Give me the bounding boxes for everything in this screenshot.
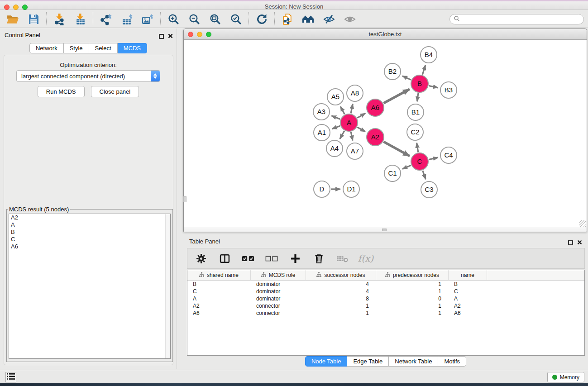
graph-node-B1[interactable]: B1	[407, 104, 424, 120]
graph-edge-A-A7[interactable]	[351, 132, 353, 141]
table-row[interactable]: Adominator80A	[187, 295, 584, 302]
graph-edge-A6-B[interactable]	[383, 89, 410, 103]
table-cell[interactable]: A	[187, 295, 251, 302]
graph-edge-A-A5[interactable]	[340, 106, 344, 114]
search-field[interactable]	[449, 14, 584, 24]
graph-edge-B-B4[interactable]	[422, 65, 425, 75]
table-cell[interactable]: dominator	[251, 281, 306, 288]
zoom-selected-icon[interactable]	[229, 13, 242, 25]
float-panel-icon[interactable]	[159, 34, 164, 39]
column-header-name[interactable]: name	[449, 270, 487, 280]
table-cell[interactable]: 8	[306, 295, 376, 302]
table-cell[interactable]: C	[187, 288, 251, 295]
mcds-result-item[interactable]: A2	[9, 214, 170, 221]
column-header-shared-name[interactable]: shared name	[187, 270, 251, 280]
result-list-scrollbar[interactable]	[165, 214, 170, 358]
zoom-in-icon[interactable]	[167, 13, 180, 25]
graph-node-A2[interactable]: A2	[367, 129, 384, 146]
tab-mcds[interactable]: MCDS	[118, 43, 147, 53]
export-table-icon[interactable]	[120, 13, 133, 25]
tab-node-table[interactable]: Node Table	[305, 356, 348, 367]
search-input[interactable]	[462, 15, 583, 24]
table-cell[interactable]: 1	[376, 310, 449, 317]
delete-column-icon[interactable]	[312, 252, 325, 265]
table-cell[interactable]: 1	[376, 302, 449, 310]
graph-node-C3[interactable]: C3	[421, 181, 437, 198]
create-column-icon[interactable]	[289, 252, 301, 265]
network-hscroll[interactable]	[184, 228, 587, 232]
memory-button[interactable]: Memory	[547, 372, 584, 382]
clone-network-icon[interactable]	[281, 13, 294, 25]
column-header-successor-nodes[interactable]: successor nodes	[306, 270, 376, 280]
network-hscroll-thumb[interactable]	[382, 229, 387, 231]
export-network-icon[interactable]	[100, 13, 112, 25]
graph-node-B[interactable]: B	[411, 75, 428, 92]
select-all-icon[interactable]	[242, 252, 254, 265]
column-layout-icon[interactable]	[218, 252, 231, 265]
table-cell[interactable]: A2	[449, 302, 487, 310]
open-session-icon[interactable]	[6, 13, 19, 25]
graph-node-D[interactable]: D	[314, 181, 330, 197]
graph-edge-A2-C[interactable]	[383, 142, 410, 156]
close-panel-icon[interactable]	[168, 32, 173, 40]
network-window-titlebar[interactable]: testGlobe.txt	[184, 29, 587, 40]
import-table-icon[interactable]	[74, 13, 86, 25]
table-cell[interactable]: 4	[306, 288, 376, 295]
graph-edge-A-A2[interactable]	[357, 127, 365, 132]
float-table-panel-icon[interactable]	[568, 240, 573, 245]
table-cell[interactable]: A2	[187, 302, 251, 310]
graph-node-A7[interactable]: A7	[347, 143, 363, 159]
table-cell[interactable]: 1	[306, 302, 376, 310]
export-image-icon[interactable]	[141, 13, 154, 25]
mcds-result-item[interactable]: C	[9, 236, 170, 243]
graph-edge-A-A1[interactable]	[332, 126, 340, 129]
graph-edge-B-B1[interactable]	[417, 93, 418, 101]
graph-edge-C-C1[interactable]	[402, 165, 411, 169]
table-cell[interactable]: B	[187, 281, 251, 288]
graph-node-C1[interactable]: C1	[384, 165, 401, 181]
table-settings-icon[interactable]	[195, 252, 207, 265]
graph-edge-B-B2[interactable]	[402, 76, 411, 80]
hide-details-icon[interactable]	[323, 13, 335, 25]
graph-node-A1[interactable]: A1	[314, 124, 330, 141]
refresh-layout-icon[interactable]	[255, 13, 268, 25]
table-cell[interactable]: A6	[187, 310, 251, 317]
graph-edge-C-C3[interactable]	[423, 171, 426, 179]
task-history-button[interactable]	[5, 372, 16, 382]
graph-node-A3[interactable]: A3	[313, 104, 330, 120]
network-canvas[interactable]: B4B2BB3A8A5A6A3B1AA1C2A2A4A7C4CC1C3DD1	[184, 40, 587, 228]
network-graph[interactable]: B4B2BB3A8A5A6A3B1AA1C2A2A4A7C4CC1C3DD1	[184, 40, 587, 228]
graph-node-A5[interactable]: A5	[327, 89, 344, 105]
zoom-fit-icon[interactable]	[209, 13, 221, 25]
table-cell[interactable]: C	[449, 288, 487, 295]
graph-edge-A-A3[interactable]	[331, 116, 340, 119]
table-cell[interactable]: connector	[251, 302, 306, 310]
table-row[interactable]: Bdominator41B	[187, 281, 584, 288]
mcds-result-item[interactable]: A	[9, 221, 170, 229]
graph-node-A8[interactable]: A8	[347, 85, 363, 101]
close-table-panel-icon[interactable]	[577, 238, 582, 247]
mcds-result-item[interactable]: B	[9, 229, 170, 236]
mcds-result-list[interactable]: A2ABCA6	[9, 214, 171, 359]
tab-edge-table[interactable]: Edge Table	[347, 356, 389, 367]
table-row[interactable]: A6connector11A6	[187, 310, 584, 317]
column-header-predecessor-nodes[interactable]: predecessor nodes	[376, 270, 449, 280]
optimization-criterion-select[interactable]: largest connected component (directed)	[16, 70, 160, 82]
table-row[interactable]: A2connector11A2	[187, 302, 584, 310]
table-cell[interactable]: A	[449, 295, 487, 302]
graph-node-D1[interactable]: D1	[343, 181, 359, 197]
table-cell[interactable]: 1	[376, 281, 449, 288]
graph-edge-A-A8[interactable]	[351, 104, 353, 114]
graph-node-A[interactable]: A	[340, 114, 358, 131]
graph-node-C2[interactable]: C2	[407, 124, 423, 140]
table-cell[interactable]: A6	[449, 310, 487, 317]
unselect-all-icon[interactable]	[265, 252, 278, 265]
tab-select[interactable]: Select	[89, 43, 118, 53]
graph-node-B4[interactable]: B4	[421, 47, 437, 63]
graph-node-A6[interactable]: A6	[367, 99, 384, 116]
save-session-icon[interactable]	[27, 13, 40, 25]
mcds-result-item[interactable]: A6	[9, 243, 170, 250]
tab-style[interactable]: Style	[64, 43, 89, 53]
table-cell[interactable]: connector	[251, 310, 306, 317]
import-network-icon[interactable]	[53, 13, 66, 25]
